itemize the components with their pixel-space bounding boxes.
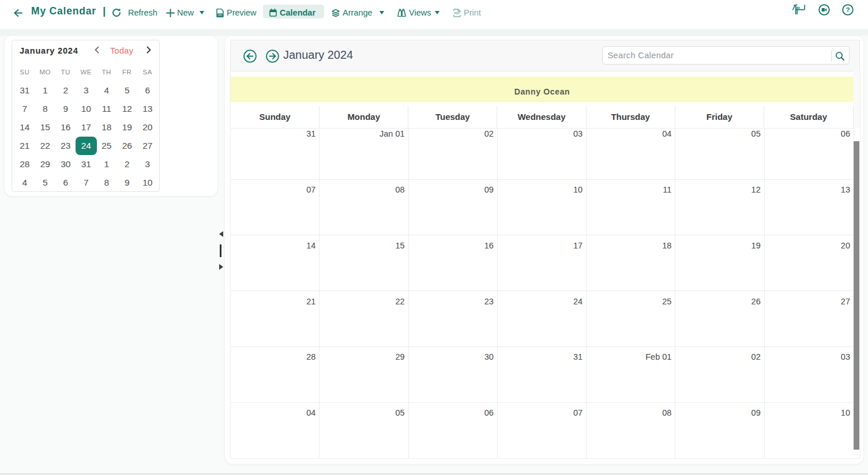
svg-text:?: ?: [846, 6, 850, 13]
svg-text:PDF: PDF: [454, 11, 460, 14]
